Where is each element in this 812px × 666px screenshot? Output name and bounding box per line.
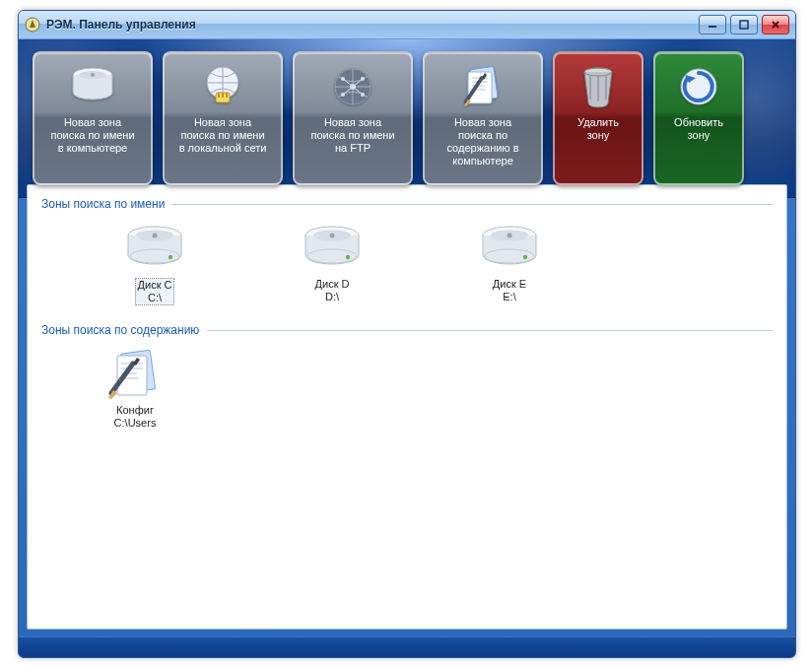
svg-rect-10 <box>226 93 228 98</box>
zone-item-disk-d[interactable]: Диск D D:\ <box>278 221 386 305</box>
zone-label: Конфиг C:\Users <box>114 404 157 430</box>
svg-point-5 <box>91 73 95 77</box>
harddrive-icon <box>474 221 545 276</box>
toolbar: Новая зона поиска по имени в компьютере … <box>19 39 795 198</box>
window-controls <box>699 15 789 34</box>
svg-rect-1 <box>709 26 716 28</box>
svg-point-37 <box>523 255 527 259</box>
section-title: Зоны поиска по содержанию <box>41 323 199 337</box>
section-title: Зоны поиска по имени <box>41 197 165 211</box>
zone-item-disk-c[interactable]: Диск C C:\ <box>101 221 209 305</box>
harddrive-icon <box>119 221 190 276</box>
app-icon <box>25 17 40 33</box>
refresh-zone-button[interactable]: Обновить зону <box>653 51 744 185</box>
documents-pen-icon <box>429 61 537 112</box>
app-window: РЭМ. Панель управления <box>18 10 796 658</box>
svg-point-27 <box>169 255 172 259</box>
close-button[interactable] <box>762 15 789 34</box>
svg-rect-19 <box>468 72 492 103</box>
svg-point-32 <box>346 255 350 259</box>
divider <box>172 204 773 205</box>
new-zone-ftp-button[interactable]: Новая зона поиска по имени на FTP <box>293 51 413 185</box>
maximize-button[interactable] <box>730 15 758 34</box>
new-zone-computer-button[interactable]: Новая зона поиска по имени в компьютере <box>33 51 153 185</box>
svg-rect-9 <box>222 93 224 98</box>
svg-rect-2 <box>740 21 748 29</box>
harddrive-icon <box>38 61 147 112</box>
harddrive-icon <box>297 221 368 276</box>
zone-label: Диск C C:\ <box>135 278 175 305</box>
window-title: РЭМ. Панель управления <box>46 18 699 32</box>
network-globe-icon <box>169 61 277 112</box>
content-area: Зоны поиска по имени <box>27 184 787 630</box>
trash-icon <box>559 61 638 112</box>
zone-list-by-name: Диск C C:\ Диск D D:\ <box>41 221 773 305</box>
svg-point-35 <box>508 233 512 238</box>
status-bar <box>19 636 795 657</box>
divider <box>207 330 773 331</box>
new-zone-content-button[interactable]: Новая зона поиска по содержанию в компью… <box>423 51 543 185</box>
documents-pen-icon <box>100 347 170 402</box>
zone-item-disk-e[interactable]: Диск E E:\ <box>455 221 564 305</box>
zone-item-config[interactable]: Конфиг C:\Users <box>81 347 189 430</box>
zone-label: Диск D D:\ <box>315 278 350 303</box>
ftp-globe-icon <box>299 61 407 112</box>
svg-rect-8 <box>218 93 220 98</box>
section-header-by-name: Зоны поиска по имени <box>41 197 773 211</box>
section-by-name: Зоны поиска по имени <box>41 197 773 305</box>
section-header-by-content: Зоны поиска по содержанию <box>41 323 773 337</box>
refresh-icon <box>659 61 738 112</box>
new-zone-lan-button[interactable]: Новая зона поиска по имени в локальной с… <box>163 51 283 185</box>
minimize-button[interactable] <box>699 15 726 34</box>
titlebar[interactable]: РЭМ. Панель управления <box>19 11 795 39</box>
svg-point-25 <box>153 233 158 238</box>
zone-list-by-content: Конфиг C:\Users <box>41 347 773 430</box>
delete-zone-button[interactable]: Удалить зону <box>553 51 643 185</box>
svg-point-30 <box>330 233 335 238</box>
zone-label: Диск E E:\ <box>493 278 526 303</box>
section-by-content: Зоны поиска по содержанию <box>41 323 773 430</box>
